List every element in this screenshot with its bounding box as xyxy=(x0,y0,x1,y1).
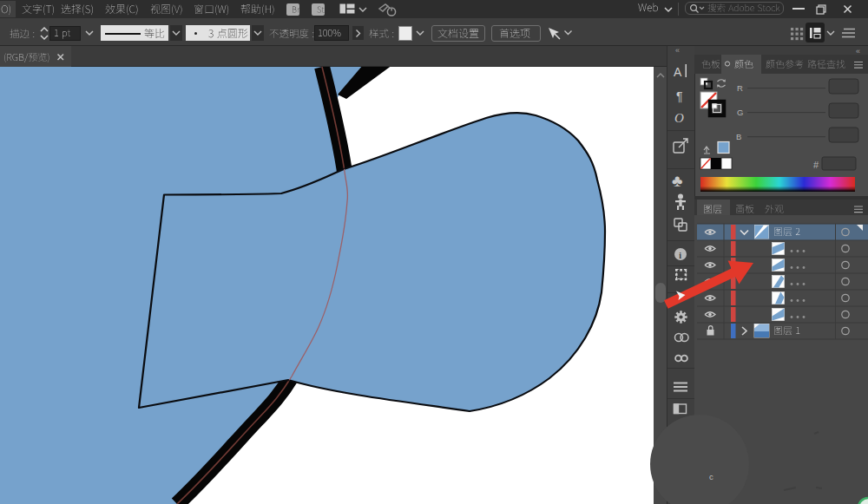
svg-text:c: c xyxy=(709,472,713,481)
